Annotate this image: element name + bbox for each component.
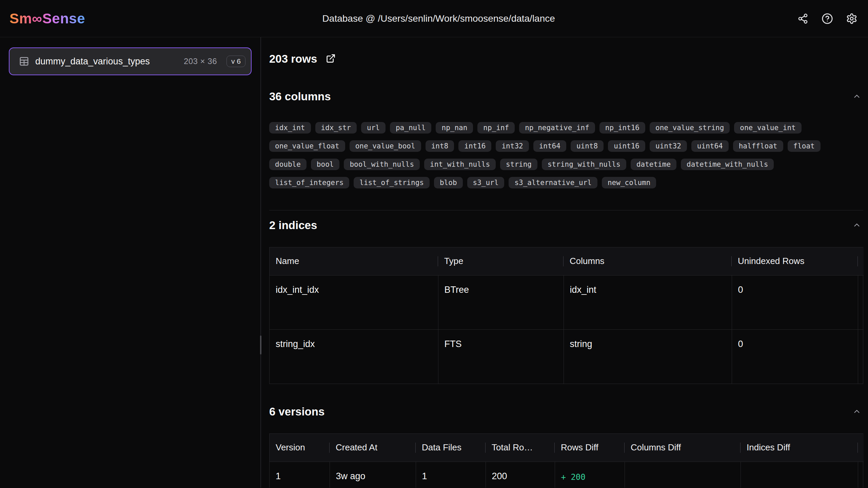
column-chip: pa_null [390,122,432,134]
open-table-button[interactable] [326,54,336,64]
column-header: Type [438,247,564,275]
column-header: Unindexed Rows [732,247,858,275]
column-chip: one_value_float [269,140,345,152]
column-chip: np_nan [436,122,473,134]
column-chip: np_inf [477,122,515,134]
column-header: Columns Diff [625,434,741,462]
column-chip: int64 [533,140,566,152]
column-chip: np_negative_inf [519,122,595,134]
table-cell [741,462,858,488]
share-icon [797,13,808,24]
column-chip: uint64 [691,140,729,152]
column-chip: float [788,140,821,152]
chevron-up-icon [852,92,861,102]
sidebar: dummy_data_various_types 203 × 36 v 6 [0,37,260,488]
settings-button[interactable] [844,11,859,26]
column-chip: uint16 [608,140,645,152]
columns-count-title: 36 columns [269,90,331,103]
column-chip: one_value_int [734,122,801,134]
columns-section: 36 columns idx_intidx_strurlpa_nullnp_na… [269,90,868,188]
versions-table-wrap: VersionCreated AtData FilesTotal Ro…Rows… [269,433,863,488]
table-cell: 1 [416,462,486,488]
app-logo: Sm∞Sense ✦ [9,12,85,26]
column-header: Indices Diff [741,434,858,462]
column-header: Created At [330,434,416,462]
column-chip: new_column [602,177,656,188]
indices-table-wrap: NameTypeColumnsUnindexed Rowsidx_int_idx… [269,247,863,384]
table-cell: FTS [438,329,564,384]
indices-count-title: 2 indices [269,219,317,232]
table-row: 13w ago1200+ 200 [270,462,864,488]
sparkle-icon: ✦ [47,6,55,14]
help-button[interactable] [820,11,835,26]
table-cell: 0 [732,329,858,384]
database-path-title: Database @ /Users/senlin/Work/smoosense/… [322,13,555,24]
table-cell: string [564,329,732,384]
infinity-icon: ∞ [32,11,42,26]
table-cell: 0 [732,275,858,329]
settings-icon [846,13,857,24]
column-chip: int8 [426,140,454,152]
column-chip: idx_str [315,122,357,134]
versions-section: 6 versions VersionCreated AtData FilesTo… [269,405,868,488]
table-dimensions: 203 × 36 [184,57,217,66]
column-header-stub [858,247,864,275]
table-version-badge: v 6 [226,56,245,67]
column-chip: list_of_integers [269,177,349,188]
table-icon [19,56,29,66]
section-divider [269,210,863,210]
column-chip: int_with_nulls [424,159,496,170]
versions-table: VersionCreated AtData FilesTotal Ro…Rows… [270,434,864,488]
chevron-up-icon [852,407,861,417]
column-chip: int32 [496,140,529,152]
column-chip: one_value_bool [350,140,421,152]
table-cell: string_idx [270,329,438,384]
table-cell: idx_int [564,275,732,329]
sidebar-item-dummy-data-various-types[interactable]: dummy_data_various_types 203 × 36 v 6 [9,47,252,75]
rows-count-title: 203 rows [269,52,317,66]
table-cell: 1 [270,462,330,488]
versions-count-title: 6 versions [269,405,324,419]
column-chip: blob [434,177,463,188]
indices-section: 2 indices NameTypeColumnsUnindexed Rowsi… [269,219,868,384]
table-cell-stub [858,462,864,488]
column-chip: string [500,159,537,170]
share-button[interactable] [795,11,810,26]
column-header: Version [270,434,330,462]
column-header: Name [270,247,438,275]
sidebar-resize-divider [260,37,261,488]
column-chip: bool [311,159,340,170]
column-chip: string_with_nulls [542,159,626,170]
logo-text-smo: Sm [9,11,32,26]
chevron-up-icon [852,221,861,230]
collapse-versions-button[interactable] [852,407,861,417]
table-cell: BTree [438,275,564,329]
column-header: Rows Diff [555,434,625,462]
column-chip: datetime_with_nulls [681,159,774,170]
collapse-columns-button[interactable] [852,92,861,102]
collapse-indices-button[interactable] [852,221,861,230]
table-cell: 200 [486,462,555,488]
column-header: Data Files [416,434,486,462]
column-chip: list_of_strings [354,177,430,188]
column-header: Total Ro… [486,434,555,462]
column-chip: halffloat [733,140,783,152]
column-chip: s3_url [467,177,505,188]
column-chip: one_value_string [650,122,730,134]
content-area: dummy_data_various_types 203 × 36 v 6 20… [0,37,868,488]
column-chip: double [269,159,307,170]
column-chip: np_int16 [599,122,645,134]
main-panel: 203 rows 36 columns [261,37,868,488]
columns-chip-list: idx_intidx_strurlpa_nullnp_nannp_infnp_n… [269,122,851,188]
table-cell [625,462,741,488]
resize-handle[interactable] [260,336,261,354]
column-chip: url [361,122,386,134]
table-row: string_idxFTSstring0 [270,329,864,384]
table-cell: idx_int_idx [270,275,438,329]
column-chip: bool_with_nulls [344,159,420,170]
table-cell: 3w ago [330,462,416,488]
column-chip: int16 [458,140,491,152]
topbar-actions [795,11,859,26]
table-cell-stub [858,275,864,329]
table-name: dummy_data_various_types [35,56,150,67]
